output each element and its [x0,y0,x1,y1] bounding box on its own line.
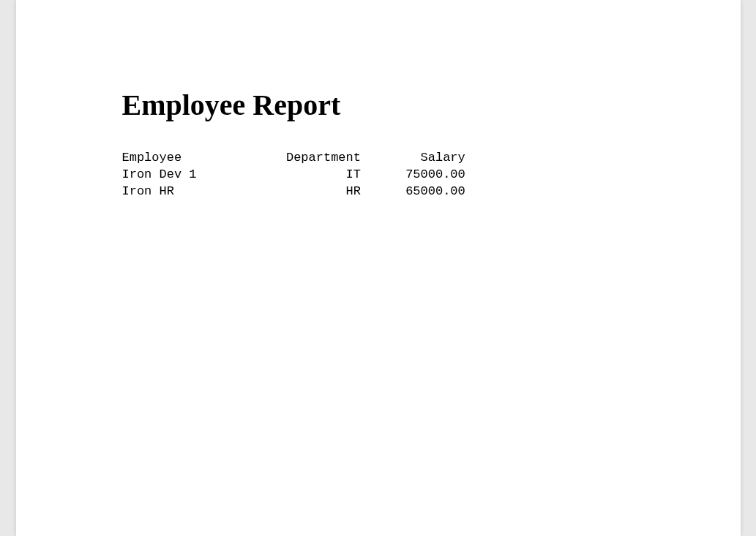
employee-table: Employee Department Salary Iron Dev 1 IT… [122,150,635,200]
page-title: Employee Report [122,88,635,122]
document-page: Employee Report Employee Department Sala… [16,0,741,536]
